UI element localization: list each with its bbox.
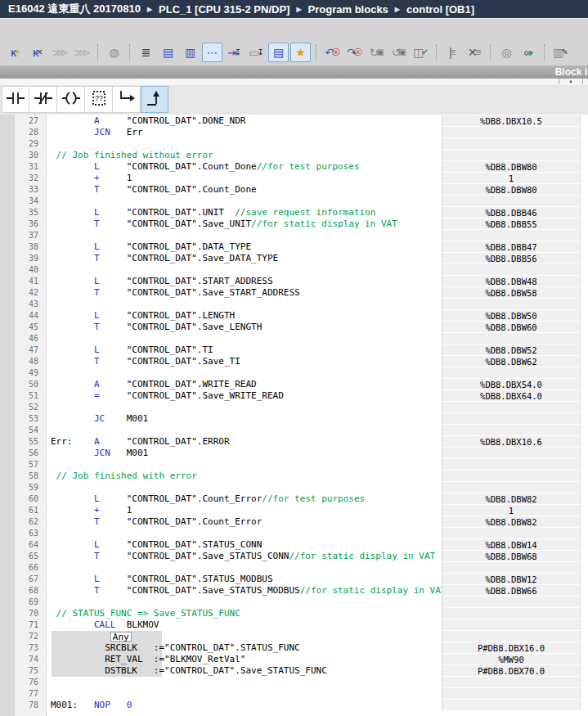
code-line[interactable]: 43 [0,299,588,310]
code-line[interactable]: 50 A "CONTROL_DAT".WRITE_READ%DB8.DBX54.… [0,379,588,390]
display-format-icon[interactable]: ▤ [268,43,289,62]
breadcrumb-segment[interactable]: E16042 遠東重八 20170810 [8,2,141,16]
code-line[interactable]: 32 + 11 [0,173,588,184]
code-text: Any [46,631,442,642]
code-line[interactable]: 49 [0,367,588,379]
code-line[interactable]: 67 L "CONTROL_DAT".STATUS_MODBUS%DB8.DBW… [0,574,588,585]
code-line[interactable]: 76 [0,677,588,688]
code-line[interactable]: 64 L "CONTROL_DAT".STATUS_CONN%DB8.DBW14 [0,539,588,551]
code-line[interactable]: 56 JCN M001 [0,448,588,459]
code-line[interactable]: 74 RET_VAL :="BLKMOV_RetVal"%MW90 [0,654,588,665]
monitoring-glasses-icon[interactable]: ∞▸ [518,43,539,62]
breadcrumb-segment[interactable]: control [OB1] [406,3,474,16]
code-line[interactable]: 54 [0,425,588,436]
code-line[interactable]: 61 + 11 [0,505,588,516]
code-line[interactable]: 36 T "CONTROL_DAT".Save_UNIT//for static… [0,218,588,230]
consistency-check-icon[interactable]: ◫✔ [411,43,431,62]
update-block-calls-icon[interactable]: ↻▣ [366,43,387,62]
previous-error-icon[interactable]: ↶ⓧ [322,43,343,62]
data-block-icon[interactable]: ◍ [104,43,124,62]
favorite-coil-button[interactable] [57,86,85,113]
code-line[interactable]: 65 T "CONTROL_DAT".Save_STATUS_CONN//for… [0,551,588,562]
code-line[interactable]: 77 [0,688,588,700]
delete-row-icon[interactable]: ⋙ [72,43,92,62]
code-line[interactable]: 40 [0,264,588,276]
code-line[interactable]: 72 Any [0,631,588,642]
code-line[interactable]: 63 [0,528,588,539]
code-line[interactable]: 53 JC M001 [0,413,588,425]
line-number: 75 [0,665,46,677]
close-all-networks-icon[interactable]: ▥ [180,43,200,62]
code-line[interactable]: 27 A "CONTROL_DAT".DONE_NDR%DB8.DBX10.5 [0,115,588,127]
code-line[interactable]: 60 L "CONTROL_DAT".Count_Error//for test… [0,493,588,505]
operand-address-cell: %DB8.DBW68 [442,551,581,562]
code-line[interactable]: 59 [0,482,588,493]
favorite-nc-contact-button[interactable] [29,86,57,113]
network-comments-toggle-icon[interactable]: ⋯ [202,43,222,62]
breadcrumb-segment[interactable]: Program blocks [308,3,388,16]
code-line[interactable]: 58 // Job finished with error [0,471,588,482]
code-line[interactable]: 68 T "CONTROL_DAT".Save_STATUS_MODBUS//f… [0,585,588,597]
expand-all-icon[interactable]: |≣ [442,43,463,62]
breadcrumb-segment[interactable]: PLC_1 [CPU 315-2 PN/DP] [159,3,290,16]
code-line[interactable]: 66 [0,562,588,574]
operand: "CONTROL_DAT".Save_START_ADDRESS [127,287,300,298]
code-line[interactable]: 78M001: NOP 0 [0,700,588,711]
open-all-networks-icon[interactable]: ▤ [158,43,178,62]
line-number: 66 [0,562,46,574]
code-line[interactable]: 47 L "CONTROL_DAT".TI%DB8.DBW52 [0,344,588,356]
code-line[interactable]: 73 SRCBLK :="CONTROL_DAT".STATUS_FUNCP#D… [0,642,588,654]
code-line[interactable]: 29 [0,138,588,150]
find-replace-icon[interactable]: ◎ [496,43,517,62]
code-line[interactable]: 39 T "CONTROL_DAT".Save_DATA_TYPE%DB8.DB… [0,253,588,264]
operand-comments-icon[interactable]: ▭↧ [246,43,267,62]
code-line[interactable]: 51 = "CONTROL_DAT".Save_WRITE_READ%DB8.D… [0,390,588,402]
favorite-no-contact-button[interactable] [2,86,29,113]
code-line[interactable]: 46 [0,333,588,344]
line-number: 34 [0,196,46,207]
code-text: JC M001 [46,413,442,425]
absolute-symbolic-operands-icon[interactable]: ⇥↧ [224,43,245,62]
block-interface-pane-header[interactable]: Block i [0,65,588,79]
code-line[interactable]: 55Err: A "CONTROL_DAT".ERROR%DB8.DBX10.6 [0,436,588,448]
synchronize-icon[interactable]: ↺▣ [388,43,409,62]
code-line[interactable]: 42 T "CONTROL_DAT".Save_START_ADDRESS%DB… [0,287,588,299]
operand-address-cell [442,150,581,161]
network-list-icon[interactable]: ≣ [136,43,156,62]
code-line[interactable]: 38 L "CONTROL_DAT".DATA_TYPE%DB8.DBB47 [0,241,588,253]
insert-row-icon[interactable]: ⋙ [50,43,70,62]
code-line[interactable]: 71 CALL BLKMOV [0,619,588,631]
code-line[interactable]: 34 [0,196,588,207]
code-line[interactable]: 45 T "CONTROL_DAT".Save_LENGTH%DB8.DBW60 [0,322,588,333]
code-line[interactable]: 69 [0,597,588,608]
code-line[interactable]: 30 // Job finished without error [0,150,588,161]
insert-network-icon[interactable]: ĸ✶ [6,43,26,62]
block-properties-icon[interactable]: ▥✎ [550,43,571,62]
code-line[interactable]: 31 L "CONTROL_DAT".Count_Done//for test … [0,161,588,173]
code-line[interactable]: 41 L "CONTROL_DAT".START_ADDRESS%DB8.DBW… [0,276,588,287]
next-error-icon[interactable]: ↷ⓧ [344,43,365,62]
code-line[interactable]: 33 T "CONTROL_DAT".Count_Done%DB8.DBW80 [0,184,588,196]
splitter-collapse-handle[interactable]: ▲ [559,79,583,84]
stl-code-editor[interactable]: 27 A "CONTROL_DAT".DONE_NDR%DB8.DBX10.52… [0,115,588,716]
code-line[interactable]: 35 L "CONTROL_DAT".UNIT //save request i… [0,207,588,218]
collapse-all-icon[interactable]: ✕≣ [465,43,485,62]
code-line[interactable]: 57 [0,459,588,471]
comment: // Job finished with error [51,471,197,481]
favorite-open-branch-button[interactable] [113,86,141,113]
jump-label: Err: [51,436,73,447]
code-line[interactable]: 52 [0,402,588,413]
code-line[interactable]: 28 JCN Err [0,127,588,138]
favorite-empty-box-button[interactable]: ?? [85,86,113,113]
code-line[interactable]: 75 DSTBLK :="CONTROL_DAT".Save_STATUS_FU… [0,665,588,677]
operand: "CONTROL_DAT".Save_STATUS_CONN [127,551,290,561]
code-line[interactable]: 70 // STATUS_FUNC => Save_STATUS_FUNC [0,608,588,619]
favorites-toggle-icon[interactable]: ★ [290,43,311,62]
favorite-close-branch-button[interactable] [141,86,168,113]
delete-network-icon[interactable]: ĸ✕ [28,43,48,62]
any-pointer-field[interactable]: Any [110,632,132,642]
code-line[interactable]: 37 [0,230,588,241]
code-line[interactable]: 48 T "CONTROL_DAT".Save_TI%DB8.DBW62 [0,356,588,367]
code-line[interactable]: 62 T "CONTROL_DAT".Count_Error%DB8.DBW82 [0,516,588,528]
code-line[interactable]: 44 L "CONTROL_DAT".LENGTH%DB8.DBW50 [0,310,588,322]
